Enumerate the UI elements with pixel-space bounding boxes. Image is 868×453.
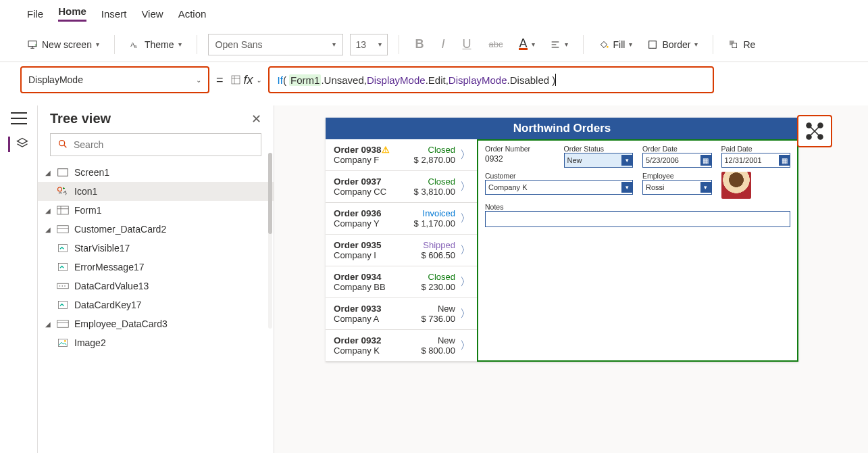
border-button[interactable]: Border ▾ <box>643 37 702 53</box>
svg-text:+: + <box>34 43 37 47</box>
search-icon <box>57 139 68 151</box>
fx-button[interactable]: fx ⌄ <box>230 73 261 87</box>
order-list-item[interactable]: Order 0934Closed〉Company BB$ 230.00 <box>326 266 477 298</box>
order-list-item[interactable]: Order 0932New〉Company K$ 800.00 <box>326 330 477 362</box>
tree-label: Image2 <box>74 337 106 348</box>
tree-node-image2[interactable]: Image2 <box>38 333 274 352</box>
new-screen-button[interactable]: + New screen ▾ <box>23 37 103 53</box>
tree-scrollbar[interactable] <box>268 153 272 329</box>
order-number: Order 0935 <box>334 240 417 250</box>
reorder-icon <box>728 39 739 50</box>
font-select[interactable]: Open Sans ▾ <box>208 34 343 55</box>
tree-label: Icon1 <box>74 186 97 197</box>
tree-node-errormessage[interactable]: ErrorMessage17 <box>38 258 274 277</box>
tree-node-starvisible[interactable]: StarVisible17 <box>38 239 274 258</box>
font-color-button[interactable]: A ▾ <box>515 36 538 53</box>
chevron-down-icon: ▾ <box>700 182 711 193</box>
notes-label: Notes <box>485 203 790 211</box>
formula-txt2: .Edit, <box>426 74 449 86</box>
tree-node-form1[interactable]: ◢Form1 <box>38 201 274 220</box>
font-size-value: 13 <box>356 39 367 50</box>
menu-action[interactable]: Action <box>178 8 207 20</box>
order-list-item[interactable]: Order 0933New〉Company A$ 736.00 <box>326 298 477 330</box>
property-select[interactable]: DisplayMode ⌄ <box>20 66 209 93</box>
notes-input[interactable] <box>485 211 790 227</box>
employee-value: Rossi <box>646 183 665 191</box>
strike-button[interactable]: abc <box>484 38 509 51</box>
order-date-label: Order Date <box>642 145 712 153</box>
tree-node-screen1[interactable]: ◢Screen1 <box>38 163 274 182</box>
order-status-label: Order Status <box>564 145 634 153</box>
svg-point-36 <box>64 340 66 342</box>
order-date-input[interactable]: 5/23/2006▦ <box>642 153 712 168</box>
tree-node-datacardkey[interactable]: DataCardKey17 <box>38 295 274 314</box>
close-icon[interactable]: ✕ <box>251 112 261 126</box>
order-company: Company I <box>334 250 417 260</box>
order-amount: $ 736.00 <box>421 314 455 324</box>
paid-date-input[interactable]: 12/31/2001▦ <box>721 153 791 168</box>
tree-search[interactable] <box>50 133 261 156</box>
svg-line-18 <box>64 145 66 147</box>
order-number: Order 0932 <box>334 335 417 345</box>
menu-insert[interactable]: Insert <box>101 8 127 20</box>
tree-node-employee-datacard[interactable]: ◢Employee_DataCard3 <box>38 314 274 333</box>
chevron-down-icon: ▾ <box>565 41 568 48</box>
employee-select[interactable]: Rossi▾ <box>642 180 712 195</box>
order-date-value: 5/23/2006 <box>646 156 679 164</box>
customer-label: Customer <box>485 172 633 180</box>
menu-home[interactable]: Home <box>58 5 86 22</box>
order-status: Closed <box>414 176 455 187</box>
underline-button[interactable]: U <box>457 36 477 53</box>
bold-button[interactable]: B <box>410 36 430 53</box>
svg-point-17 <box>59 140 65 145</box>
svg-rect-13 <box>732 43 737 48</box>
customer-select[interactable]: Company K▾ <box>485 180 633 195</box>
chevron-down-icon: ▾ <box>332 41 336 48</box>
svg-point-30 <box>62 285 63 287</box>
menu-file[interactable]: File <box>27 8 43 20</box>
order-number-label: Order Number <box>485 145 555 153</box>
order-list-item[interactable]: Order 0936Invoiced〉Company Y$ 1,170.00 <box>326 203 477 235</box>
theme-button[interactable]: Aa Theme ▾ <box>126 37 186 53</box>
tree-panel: Tree view ✕ ◢Screen1 Icon1 ◢Form1 ◢Custo… <box>38 105 274 453</box>
align-button[interactable]: ▾ <box>546 37 572 53</box>
reorder-button[interactable]: Re <box>724 37 759 53</box>
order-number: Order 0934 <box>334 272 417 282</box>
order-form: Order Number0932 Order StatusNew▾ Order … <box>477 139 798 362</box>
order-company: Company A <box>334 314 417 324</box>
tree-view-rail-button[interactable] <box>8 137 29 152</box>
svg-rect-11 <box>649 41 657 48</box>
chevron-down-icon: ▾ <box>96 41 99 48</box>
order-list-item[interactable]: Order 0937Closed〉Company CC$ 3,810.00 <box>326 171 477 203</box>
order-company: Company F <box>334 155 410 165</box>
menu-view[interactable]: View <box>141 8 163 20</box>
order-status: Invoiced <box>414 208 455 218</box>
hamburger-icon[interactable] <box>11 112 27 124</box>
order-list-item[interactable]: Order 0938⚠Closed〉Company F$ 2,870.00 <box>326 139 477 171</box>
formula-input[interactable]: If( Form1.Unsaved, DisplayMode.Edit, Dis… <box>268 66 714 93</box>
fill-button[interactable]: Fill ▾ <box>594 37 637 53</box>
order-status-select[interactable]: New▾ <box>564 153 634 168</box>
order-amount: $ 606.50 <box>421 250 455 260</box>
order-number: Order 0937 <box>334 176 410 187</box>
chevron-down-icon: ▾ <box>178 41 182 48</box>
font-size-select[interactable]: 13 ▾ <box>350 34 388 55</box>
italic-button[interactable]: I <box>436 36 451 53</box>
tree-node-datacardvalue[interactable]: DataCardValue13 <box>38 277 274 295</box>
chevron-right-icon: 〉 <box>459 180 471 194</box>
svg-rect-21 <box>57 206 69 214</box>
tree-node-icon1[interactable]: Icon1 <box>38 182 274 201</box>
search-input[interactable] <box>74 139 254 150</box>
tree-node-customer-datacard[interactable]: ◢Customer_DataCard2 <box>38 220 274 239</box>
tree-title: Tree view <box>50 111 111 126</box>
order-status: Closed <box>414 145 455 155</box>
toolbar: + New screen ▾ Aa Theme ▾ Open Sans ▾ 13… <box>0 27 868 62</box>
menu-bar: File Home Insert View Action <box>0 0 868 27</box>
chevron-right-icon: 〉 <box>459 307 471 321</box>
save-icon-selected[interactable] <box>797 115 832 147</box>
formula-txt3: .Disabled ) <box>507 74 556 86</box>
svg-point-31 <box>64 285 66 287</box>
formula-enum1: DisplayMode <box>367 74 426 86</box>
order-list-item[interactable]: Order 0935Shipped〉Company I$ 606.50 <box>326 235 477 266</box>
chevron-right-icon: 〉 <box>459 212 471 226</box>
